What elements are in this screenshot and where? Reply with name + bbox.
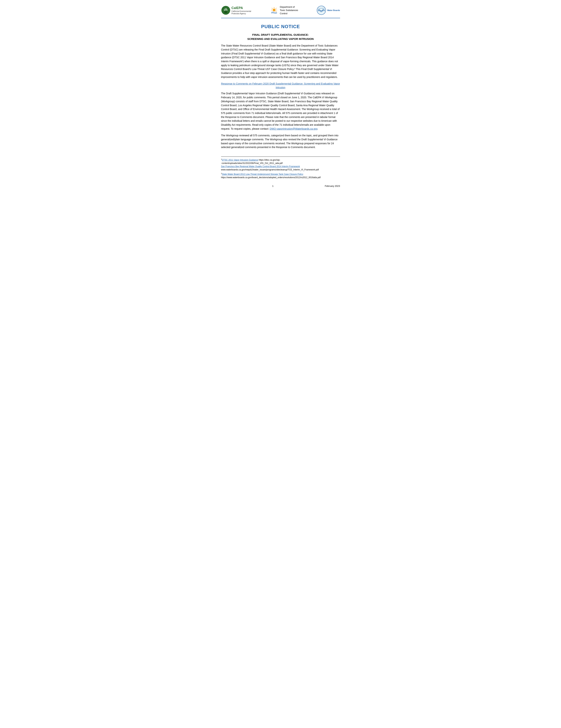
page-footer: 1 February 2023 — [221, 184, 340, 188]
svg-text:CALIFORNIA: CALIFORNIA — [318, 8, 325, 9]
waterboards-name: Water Boards — [327, 9, 340, 12]
fn1-url-cont: content/uploads/sites/31/2022/06/Final_V… — [221, 162, 283, 164]
subtitle-line1: FINAL DRAFT SUPPLEMENTAL GUIDANCE: — [221, 33, 340, 37]
email-link[interactable]: DWQ-vaporintrusion@Waterboards.ca.gov — [270, 127, 317, 130]
fn1-url2: www.waterboards.ca.gov/rwqcb2/water_issu… — [221, 168, 319, 171]
page-date: February 2023 — [325, 184, 340, 188]
page-header: Cal EPA CalEPA California Environmental … — [221, 5, 340, 18]
dtsc-logo: Department of Toxic Substances Control — [270, 5, 298, 15]
calepa-icon: Cal EPA — [221, 6, 230, 15]
rtc-paragraph-text: The Draft Supplemental Vapor Intrusion G… — [221, 92, 340, 130]
svg-text:EPA: EPA — [224, 9, 228, 11]
rtc-paragraph: The Draft Supplemental Vapor Intrusion G… — [221, 92, 340, 131]
rtc-link[interactable]: Response to Comments on February 2020 Dr… — [221, 82, 340, 89]
dtsc-line1: Department of — [280, 5, 298, 9]
waterboards-icon: CALIFORNIA — [317, 6, 326, 15]
fn1-link2[interactable]: San Francisco Bay Regional Water Quality… — [221, 165, 300, 168]
dtsc-text: Department of Toxic Substances Control — [280, 5, 298, 15]
waterboards-logo: CALIFORNIA Water Boards — [317, 6, 340, 15]
workgroup-paragraph: The Workgroup reviewed all 575 comments,… — [221, 134, 340, 149]
fn1-url: https://dtsc.ca.gov/wp- — [259, 159, 280, 161]
calepa-name: CalEPA — [232, 6, 251, 10]
page-container: Cal EPA CalEPA California Environmental … — [210, 0, 351, 197]
fn2-url: https://www.waterboards.ca.gov/board_dec… — [221, 176, 321, 179]
subtitle-line2: SCREENING AND EVALUATING VAPOR INTRUSION — [221, 37, 340, 41]
document-subtitle: FINAL DRAFT SUPPLEMENTAL GUIDANCE: SCREE… — [221, 33, 340, 41]
fn2-link[interactable]: State Water Board 2012 Low-Threat Underg… — [222, 173, 303, 175]
dtsc-line2: Toxic Substances — [280, 9, 298, 12]
waterboards-text: Water Boards — [327, 9, 340, 12]
page-title: PUBLIC NOTICE — [221, 23, 340, 30]
calepa-logo: Cal EPA CalEPA California Environmental … — [221, 6, 251, 15]
footnote-1: 1DTSC 2011 Vapor Intrusion Guidance http… — [221, 158, 340, 171]
calepa-text: CalEPA California Environmental Protecti… — [232, 6, 251, 15]
intro-paragraph: The State Water Resources Control Board … — [221, 44, 340, 79]
page-number: 1 — [221, 184, 325, 188]
svg-line-9 — [272, 8, 272, 9]
svg-point-3 — [224, 11, 227, 13]
svg-point-11 — [317, 6, 326, 15]
dtsc-line3: Control — [280, 12, 298, 15]
footnotes-section: 1DTSC 2011 Vapor Intrusion Guidance http… — [221, 157, 340, 179]
dtsc-icon — [270, 6, 278, 15]
svg-line-6 — [276, 8, 276, 9]
footnote-2: 2State Water Board 2012 Low-Threat Under… — [221, 172, 340, 179]
svg-point-4 — [273, 9, 276, 12]
svg-line-8 — [276, 11, 276, 12]
fn1-link[interactable]: DTSC 2011 Vapor Intrusion Guidance — [222, 159, 258, 161]
calepa-subtext: California Environmental Protection Agen… — [232, 10, 251, 15]
